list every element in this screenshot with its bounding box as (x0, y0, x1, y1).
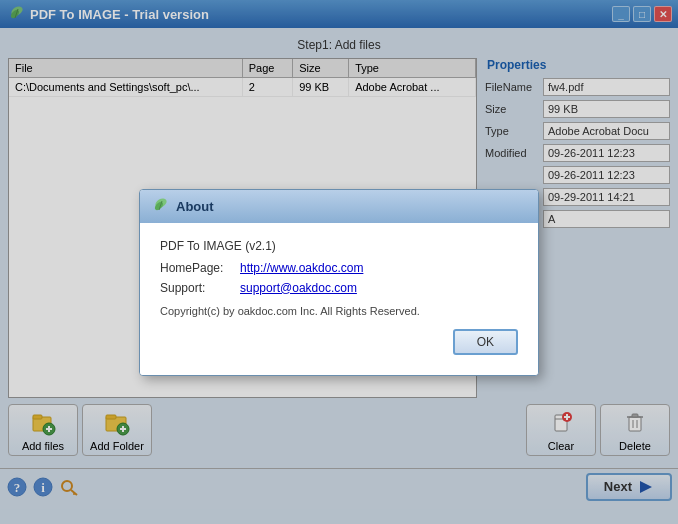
dialog-overlay: About PDF To IMAGE (v2.1) HomePage: http… (0, 0, 678, 524)
dialog-title-bar: About (140, 190, 538, 223)
ok-button[interactable]: OK (453, 329, 518, 355)
dialog-title-text: About (176, 199, 214, 214)
about-dialog: About PDF To IMAGE (v2.1) HomePage: http… (139, 189, 539, 376)
about-version: PDF To IMAGE (v2.1) (160, 239, 518, 253)
homepage-link[interactable]: http://www.oakdoc.com (240, 261, 363, 275)
about-homepage-row: HomePage: http://www.oakdoc.com (160, 261, 518, 275)
about-support-row: Support: support@oakdoc.com (160, 281, 518, 295)
dialog-title-icon (150, 196, 168, 217)
support-label: Support: (160, 281, 240, 295)
homepage-label: HomePage: (160, 261, 240, 275)
dialog-footer: OK (160, 329, 518, 363)
dialog-body: PDF To IMAGE (v2.1) HomePage: http://www… (140, 223, 538, 375)
about-copyright: Copyright(c) by oakdoc.com Inc. All Righ… (160, 305, 518, 317)
support-link[interactable]: support@oakdoc.com (240, 281, 357, 295)
